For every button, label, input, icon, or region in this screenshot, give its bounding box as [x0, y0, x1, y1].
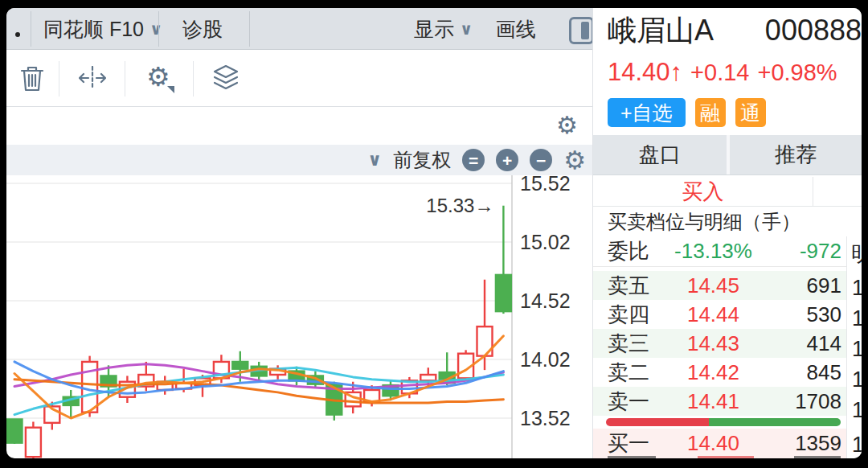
- chart-widget-header: ⚙: [6, 106, 592, 145]
- price-change: +0.14: [690, 60, 749, 86]
- chevron-down-icon: ∨: [460, 19, 473, 39]
- svg-text:13.52: 13.52: [520, 407, 571, 429]
- margin-tag-button[interactable]: 融: [695, 98, 726, 127]
- weibi-row: 委比 -13.13% -972: [593, 236, 846, 267]
- ratio-green-segment: [709, 418, 841, 426]
- top-toolbar: 同花顺 F10 ∨ 诊股 显示 ∨ 画线: [6, 8, 592, 50]
- candlestick-chart[interactable]: 15.5215.0214.5214.0213.5215.33→: [6, 175, 592, 458]
- horizontal-expand-icon[interactable]: [79, 66, 106, 90]
- clipped-detail-column: 明 1 1 1 1 1 1: [846, 236, 862, 458]
- app-window: 同花顺 F10 ∨ 诊股 显示 ∨ 画线 ⚙: [6, 8, 862, 458]
- price-row: 14.40↑ +0.14 +0.98%: [608, 58, 837, 85]
- menu-diagnose[interactable]: 诊股: [182, 8, 223, 50]
- chart-adjust-bar: ∨ 前复权 = + − ⚙: [6, 145, 592, 175]
- lines-toggle-icon[interactable]: =: [462, 149, 485, 171]
- svg-text:15.02: 15.02: [520, 231, 571, 253]
- drawing-toolbar: ⚙: [6, 50, 592, 106]
- last-price: 14.40↑: [608, 58, 682, 87]
- chevron-down-icon: ∨: [149, 19, 162, 39]
- up-arrow-icon: ↑: [670, 58, 683, 86]
- menu-ths-f10[interactable]: 同花顺 F10 ∨: [43, 8, 162, 50]
- adjust-mode-label[interactable]: 前复权: [393, 147, 451, 173]
- menu-display[interactable]: 显示 ∨: [414, 8, 473, 50]
- panel-toggle-icon[interactable]: [569, 17, 594, 44]
- buy-tab[interactable]: 买入: [593, 177, 813, 206]
- weibi-delta: -972: [758, 239, 841, 264]
- zoom-out-icon[interactable]: −: [530, 149, 552, 171]
- tab-tuijian[interactable]: 推荐: [730, 135, 862, 174]
- depth-title: 买卖档位与明细（手）: [608, 207, 800, 236]
- menu-drawline[interactable]: 画线: [496, 8, 536, 50]
- kline-settings-gear-icon[interactable]: ⚙: [563, 148, 586, 173]
- svg-text:14.52: 14.52: [520, 289, 571, 312]
- weibi-value: -13.13%: [669, 239, 758, 264]
- stock-code: 000888: [765, 14, 862, 47]
- app-frame: 同花顺 F10 ∨ 诊股 显示 ∨ 画线 ⚙: [0, 0, 868, 468]
- add-watchlist-button[interactable]: +自选: [608, 98, 686, 127]
- bid-row-1[interactable]: 买一14.401359: [593, 429, 846, 458]
- tab-pankou[interactable]: 盘口: [593, 135, 727, 174]
- stock-name: 峨眉山A: [608, 11, 714, 51]
- layers-icon[interactable]: [212, 64, 240, 92]
- ask-row-5[interactable]: 卖五14.45691: [593, 271, 846, 300]
- trash-icon[interactable]: [19, 65, 45, 92]
- clipped-next-row: [593, 456, 846, 458]
- gear-dropdown-icon[interactable]: ⚙: [146, 64, 170, 90]
- price-change-pct: +0.98%: [757, 60, 837, 86]
- svg-text:14.02: 14.02: [520, 348, 571, 371]
- quote-title-row: 峨眉山A 000888: [608, 13, 862, 48]
- connect-tag-button[interactable]: 通: [735, 98, 766, 127]
- ask-row-2[interactable]: 卖二14.42845: [593, 358, 846, 387]
- ask-row-1[interactable]: 卖一14.411708: [593, 387, 846, 416]
- bullet-dot-icon: [15, 32, 20, 37]
- buy-sell-ratio-bar: [606, 418, 841, 426]
- chevron-down-icon[interactable]: ∨: [367, 150, 382, 170]
- svg-text:15.52: 15.52: [520, 175, 571, 195]
- zoom-in-icon[interactable]: +: [496, 149, 518, 171]
- menu-ths-f10-label: 同花顺 F10: [43, 16, 144, 43]
- ratio-red-segment: [606, 418, 709, 426]
- high-annotation: 15.33→: [426, 195, 493, 216]
- ask-row-3[interactable]: 卖三14.43414: [593, 329, 846, 358]
- chart-settings-gear-icon[interactable]: ⚙: [556, 113, 578, 138]
- ask-row-4[interactable]: 卖四14.44530: [593, 300, 846, 329]
- quote-panel: 峨眉山A 000888 14.40↑ +0.14 +0.98% +自选 融 通 …: [592, 8, 862, 458]
